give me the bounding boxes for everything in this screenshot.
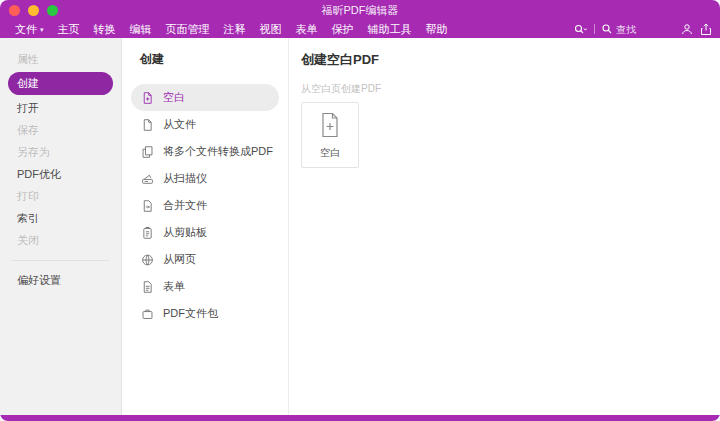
menu-help[interactable]: 帮助 bbox=[419, 22, 455, 37]
sidebar-item-preferences[interactable]: 偏好设置 bbox=[0, 269, 121, 291]
traffic-lights bbox=[9, 5, 58, 16]
create-option-multiple-files[interactable]: 将多个文件转换成PDF bbox=[131, 138, 279, 165]
create-option-pdf-portfolio[interactable]: PDF文件包 bbox=[131, 300, 279, 327]
window-title: 福昕PDF编辑器 bbox=[0, 3, 720, 18]
search-icon bbox=[602, 24, 612, 34]
account-icon[interactable] bbox=[681, 23, 693, 35]
create-panel-title: 创建 bbox=[122, 51, 288, 68]
window-body: 属性 创建 打开 保存 另存为 PDF优化 打印 索引 关闭 偏好设置 创建 bbox=[0, 38, 720, 415]
create-option-blank[interactable]: 空白 bbox=[131, 84, 279, 111]
bottom-bar bbox=[0, 415, 720, 421]
menubar-right-tools bbox=[574, 20, 712, 38]
web-globe-icon bbox=[141, 253, 154, 267]
sidebar-item-save[interactable]: 保存 bbox=[0, 119, 121, 141]
menubar: 文件 ▾ 主页 转换 编辑 页面管理 注释 视图 表单 保护 辅助工具 帮助 bbox=[0, 20, 720, 38]
clipboard-icon bbox=[141, 226, 154, 240]
menu-comment[interactable]: 注释 bbox=[217, 22, 253, 37]
search-input[interactable] bbox=[616, 24, 674, 35]
sidebar-item-save-as[interactable]: 另存为 bbox=[0, 141, 121, 163]
menu-protect[interactable]: 保护 bbox=[325, 22, 361, 37]
sidebar-divider bbox=[12, 260, 109, 261]
create-option-from-file[interactable]: 从文件 bbox=[131, 111, 279, 138]
multiple-files-icon bbox=[141, 145, 154, 159]
content-subtitle: 从空白页创建PDF bbox=[301, 82, 720, 96]
sidebar-item-pdf-optimize[interactable]: PDF优化 bbox=[0, 163, 121, 185]
zoom-window-button[interactable] bbox=[47, 5, 58, 16]
new-document-icon bbox=[318, 112, 342, 138]
file-menu-sidebar: 属性 创建 打开 保存 另存为 PDF优化 打印 索引 关闭 偏好设置 bbox=[0, 38, 122, 415]
content-title: 创建空白PDF bbox=[301, 51, 720, 69]
combine-files-icon bbox=[141, 199, 154, 213]
menu-view[interactable]: 视图 bbox=[253, 22, 289, 37]
menu-accessibility[interactable]: 辅助工具 bbox=[361, 22, 419, 37]
create-option-form[interactable]: 表单 bbox=[131, 273, 279, 300]
sidebar-item-properties[interactable]: 属性 bbox=[0, 48, 121, 70]
find-search-box[interactable] bbox=[602, 24, 674, 35]
portfolio-icon bbox=[141, 307, 154, 321]
menu-file[interactable]: 文件 ▾ bbox=[8, 22, 51, 37]
menu-convert[interactable]: 转换 bbox=[87, 22, 123, 37]
menu-page-organize[interactable]: 页面管理 bbox=[159, 22, 217, 37]
search-dropdown-icon[interactable] bbox=[574, 24, 587, 35]
sidebar-item-index[interactable]: 索引 bbox=[0, 207, 121, 229]
blank-pdf-card[interactable]: 空白 bbox=[301, 102, 359, 168]
sidebar-item-close[interactable]: 关闭 bbox=[0, 229, 121, 251]
create-options-list: 空白 从文件 将多个文件转换成PDF bbox=[122, 84, 288, 327]
file-icon bbox=[141, 118, 154, 132]
create-options-panel: 创建 空白 从文件 bbox=[122, 38, 289, 415]
app-window: 福昕PDF编辑器 文件 ▾ 主页 转换 编辑 页面管理 注释 视图 表单 保护 … bbox=[0, 0, 720, 421]
create-option-from-clipboard[interactable]: 从剪贴板 bbox=[131, 219, 279, 246]
toolbar-divider bbox=[594, 24, 595, 34]
menu-home[interactable]: 主页 bbox=[51, 22, 87, 37]
sidebar-item-create[interactable]: 创建 bbox=[8, 72, 113, 95]
menu-file-label: 文件 bbox=[15, 22, 37, 37]
chevron-down-icon: ▾ bbox=[40, 26, 44, 33]
sidebar-item-open[interactable]: 打开 bbox=[0, 97, 121, 119]
blank-pdf-card-label: 空白 bbox=[320, 146, 340, 160]
sidebar-item-print[interactable]: 打印 bbox=[0, 185, 121, 207]
share-icon[interactable] bbox=[700, 23, 712, 35]
close-window-button[interactable] bbox=[9, 5, 20, 16]
create-option-from-web-page[interactable]: 从网页 bbox=[131, 246, 279, 273]
minimize-window-button[interactable] bbox=[28, 5, 39, 16]
scanner-icon bbox=[141, 172, 154, 186]
titlebar: 福昕PDF编辑器 bbox=[0, 0, 720, 20]
create-option-combine-files[interactable]: 合并文件 bbox=[131, 192, 279, 219]
create-blank-pdf-panel: 创建空白PDF 从空白页创建PDF 空白 bbox=[289, 38, 720, 415]
create-option-from-scanner[interactable]: 从扫描仪 bbox=[131, 165, 279, 192]
blank-document-icon bbox=[141, 91, 154, 105]
menu-form[interactable]: 表单 bbox=[289, 22, 325, 37]
menu-edit[interactable]: 编辑 bbox=[123, 22, 159, 37]
form-icon bbox=[141, 280, 154, 294]
